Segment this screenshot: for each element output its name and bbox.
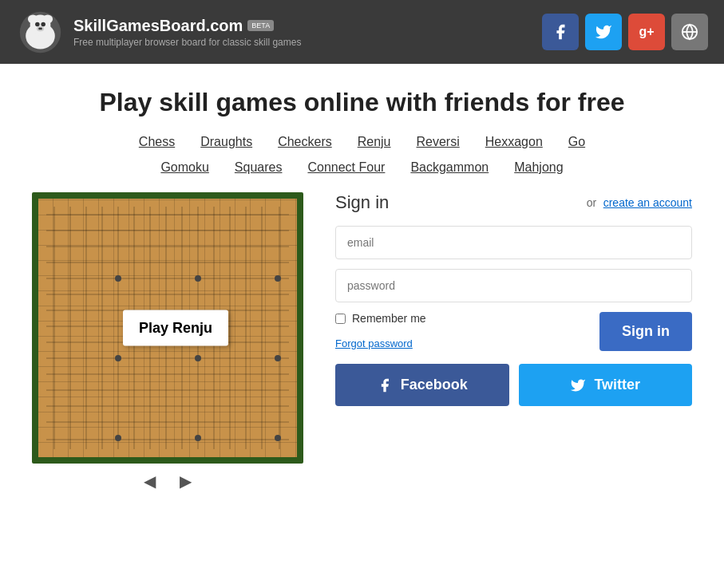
play-renju-button[interactable]: Play Renju bbox=[123, 310, 228, 346]
social-login-row: Facebook Twitter bbox=[335, 364, 692, 406]
game-link-draughts[interactable]: Draughts bbox=[196, 133, 257, 151]
facebook-login-icon bbox=[377, 377, 393, 393]
svg-point-50 bbox=[275, 435, 281, 441]
game-link-reversi[interactable]: Reversi bbox=[412, 133, 465, 151]
game-link-mahjong[interactable]: Mahjong bbox=[509, 159, 568, 176]
game-link-go[interactable]: Go bbox=[564, 133, 590, 151]
svg-point-49 bbox=[195, 435, 201, 441]
facebook-login-button[interactable]: Facebook bbox=[335, 364, 509, 406]
game-board: Play Renju bbox=[38, 199, 297, 457]
game-link-hexxagon[interactable]: Hexxagon bbox=[481, 133, 548, 151]
main-content: Play skill games online with friends for… bbox=[0, 64, 724, 523]
game-links-row-2: Gomoku Squares Connect Four Backgammon M… bbox=[32, 159, 692, 176]
game-link-squares[interactable]: Squares bbox=[230, 159, 287, 176]
site-subtitle: Free multiplayer browser board for class… bbox=[73, 37, 301, 48]
board-navigation: ◀ ▶ bbox=[144, 472, 192, 491]
board-next-arrow[interactable]: ▶ bbox=[180, 472, 192, 491]
header-logo-area: SkillGamesBoard.com BETA Free multiplaye… bbox=[16, 8, 301, 56]
remember-me-checkbox[interactable] bbox=[335, 314, 346, 324]
header-social-icons: g+ bbox=[542, 14, 708, 50]
remember-me-row: Remember me bbox=[335, 312, 426, 325]
svg-point-44 bbox=[275, 275, 281, 282]
svg-point-47 bbox=[275, 355, 281, 361]
svg-point-43 bbox=[195, 275, 201, 282]
svg-point-3 bbox=[27, 14, 38, 23]
site-title: SkillGamesBoard.com BETA bbox=[73, 17, 301, 35]
signin-button[interactable]: Sign in bbox=[599, 312, 692, 351]
game-links-row-1: Chess Draughts Checkers Renju Reversi He… bbox=[32, 133, 692, 151]
remember-me-label: Remember me bbox=[352, 312, 426, 325]
board-prev-arrow[interactable]: ◀ bbox=[144, 472, 156, 491]
twitter-login-button[interactable]: Twitter bbox=[519, 364, 693, 406]
beta-badge: BETA bbox=[247, 20, 274, 31]
svg-point-48 bbox=[115, 435, 121, 441]
globe-header-icon[interactable] bbox=[671, 14, 708, 50]
svg-point-4 bbox=[42, 14, 53, 23]
remember-col: Remember me Forgot password bbox=[335, 312, 426, 349]
site-title-text: SkillGamesBoard.com bbox=[73, 17, 243, 35]
facebook-header-icon[interactable] bbox=[542, 14, 579, 50]
game-link-gomoku[interactable]: Gomoku bbox=[156, 159, 213, 176]
game-link-checkers[interactable]: Checkers bbox=[273, 133, 337, 151]
remember-signin-row: Remember me Forgot password Sign in bbox=[335, 312, 692, 351]
twitter-login-label: Twitter bbox=[594, 377, 640, 393]
svg-point-6 bbox=[41, 22, 45, 26]
googleplus-header-icon[interactable]: g+ bbox=[628, 14, 665, 50]
board-container: Play Renju ◀ ▶ bbox=[32, 192, 303, 491]
site-header: SkillGamesBoard.com BETA Free multiplaye… bbox=[0, 0, 724, 64]
game-link-chess[interactable]: Chess bbox=[134, 133, 180, 151]
signin-header: Sign in or create an account bbox=[335, 192, 692, 213]
or-text: or bbox=[587, 196, 596, 209]
facebook-login-label: Facebook bbox=[401, 377, 468, 393]
svg-point-9 bbox=[40, 27, 42, 30]
content-area: Play Renju ◀ ▶ Sign in or create an acco… bbox=[32, 192, 692, 491]
svg-point-5 bbox=[35, 22, 40, 26]
signin-container: Sign in or create an account Remember me… bbox=[335, 192, 692, 406]
svg-point-46 bbox=[195, 355, 201, 361]
svg-point-42 bbox=[115, 275, 121, 282]
game-link-backgammon[interactable]: Backgammon bbox=[406, 159, 493, 176]
board-wrapper: Play Renju bbox=[32, 192, 303, 464]
forgot-password-link[interactable]: Forgot password bbox=[335, 337, 426, 349]
game-link-connect-four[interactable]: Connect Four bbox=[303, 159, 390, 176]
svg-point-45 bbox=[115, 355, 121, 361]
create-account-link[interactable]: create an account bbox=[603, 196, 692, 209]
twitter-header-icon[interactable] bbox=[585, 14, 622, 50]
twitter-login-icon bbox=[570, 377, 586, 393]
game-link-renju[interactable]: Renju bbox=[353, 133, 396, 151]
signin-title: Sign in bbox=[335, 192, 389, 213]
header-text-group: SkillGamesBoard.com BETA Free multiplaye… bbox=[73, 17, 301, 48]
email-input[interactable] bbox=[335, 226, 692, 259]
password-input[interactable] bbox=[335, 269, 692, 302]
hero-title: Play skill games online with friends for… bbox=[32, 88, 692, 117]
create-account-area: or create an account bbox=[587, 195, 692, 210]
site-logo-icon bbox=[16, 8, 64, 56]
